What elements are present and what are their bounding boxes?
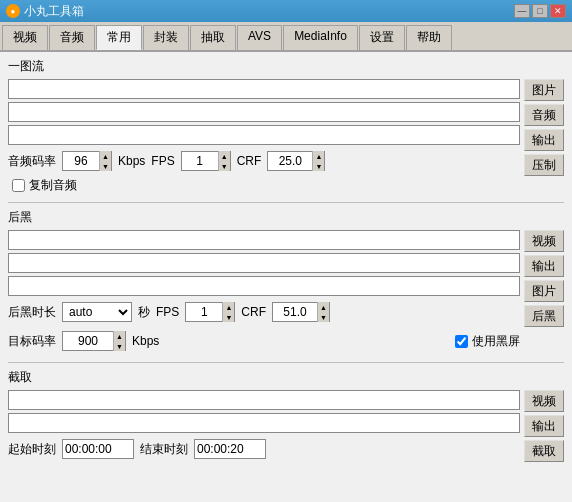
heiHei-input3[interactable] [8, 276, 520, 296]
crf-label-2: CRF [241, 305, 266, 319]
start-time-input[interactable] [62, 439, 134, 459]
duration-unit: 秒 [138, 304, 150, 321]
yituliu-section: 一图流 音频码率 ▲ ▼ Kbps FPS [8, 58, 564, 194]
crf-arrows-2[interactable]: ▲ ▼ [317, 302, 329, 322]
end-time-input[interactable] [194, 439, 266, 459]
copy-audio-checkbox[interactable] [12, 179, 25, 192]
audio-bitrate-up[interactable]: ▲ [100, 151, 111, 161]
tab-extract[interactable]: 抽取 [190, 25, 236, 50]
bitrate-label: 目标码率 [8, 333, 56, 350]
heiHei-video-btn[interactable]: 视频 [524, 230, 564, 252]
fps-up-2[interactable]: ▲ [223, 302, 234, 312]
bitrate-unit: Kbps [132, 334, 159, 348]
crf-spinbox-1[interactable]: ▲ ▼ [267, 151, 325, 171]
jieQu-input2[interactable] [8, 413, 520, 433]
audio-bitrate-unit: Kbps [118, 154, 145, 168]
jieQu-buttons: 视频 输出 截取 [524, 390, 564, 462]
audio-bitrate-down[interactable]: ▼ [100, 161, 111, 171]
yituliu-title: 一图流 [8, 58, 564, 75]
bitrate-spinbox[interactable]: ▲ ▼ [62, 331, 126, 351]
yituliu-input2[interactable] [8, 102, 520, 122]
heiHei-input2[interactable] [8, 253, 520, 273]
window-controls[interactable]: — □ ✕ [514, 4, 566, 18]
yituliu-compress-btn[interactable]: 压制 [524, 154, 564, 176]
yituliu-input3[interactable] [8, 125, 520, 145]
fps-up-1[interactable]: ▲ [219, 151, 230, 161]
yituliu-picture-btn[interactable]: 图片 [524, 79, 564, 101]
yituliu-inputs: 音频码率 ▲ ▼ Kbps FPS ▲ ▼ [8, 79, 520, 194]
divider-1 [8, 202, 564, 203]
jieQu-output-btn[interactable]: 输出 [524, 415, 564, 437]
main-content: 一图流 音频码率 ▲ ▼ Kbps FPS [0, 52, 572, 502]
yituliu-input1[interactable] [8, 79, 520, 99]
tab-avs[interactable]: AVS [237, 25, 282, 50]
fps-down-1[interactable]: ▼ [219, 161, 230, 171]
bitrate-input[interactable] [63, 332, 113, 350]
crf-input-2[interactable] [273, 303, 317, 321]
tab-help[interactable]: 帮助 [406, 25, 452, 50]
crf-input-1[interactable] [268, 152, 312, 170]
fps-input-1[interactable] [182, 152, 218, 170]
crf-down-1[interactable]: ▼ [313, 161, 324, 171]
use-black-screen-label: 使用黑屏 [472, 333, 520, 350]
fps-spinbox-2[interactable]: ▲ ▼ [185, 302, 235, 322]
heiHei-params1: 后黑时长 auto 1 2 3 5 秒 FPS ▲ ▼ [8, 302, 520, 322]
use-black-screen-checkbox[interactable] [455, 335, 468, 348]
fps-label-2: FPS [156, 305, 179, 319]
crf-up-2[interactable]: ▲ [318, 302, 329, 312]
bitrate-down[interactable]: ▼ [114, 341, 125, 351]
fps-arrows-1[interactable]: ▲ ▼ [218, 151, 230, 171]
tab-package[interactable]: 封装 [143, 25, 189, 50]
title-bar: ● 小丸工具箱 — □ ✕ [0, 0, 572, 22]
duration-select[interactable]: auto 1 2 3 5 [62, 302, 132, 322]
bitrate-arrows[interactable]: ▲ ▼ [113, 331, 125, 351]
heiHei-input1[interactable] [8, 230, 520, 250]
tab-common[interactable]: 常用 [96, 25, 142, 50]
heiHei-title: 后黑 [8, 209, 564, 226]
title-bar-left: ● 小丸工具箱 [6, 3, 84, 20]
crf-up-1[interactable]: ▲ [313, 151, 324, 161]
jieQu-jieQu-btn[interactable]: 截取 [524, 440, 564, 462]
jieQu-video-btn[interactable]: 视频 [524, 390, 564, 412]
copy-audio-row: 复制音频 [12, 177, 520, 194]
minimize-button[interactable]: — [514, 4, 530, 18]
crf-label-1: CRF [237, 154, 262, 168]
heiHei-inputs: 后黑时长 auto 1 2 3 5 秒 FPS ▲ ▼ [8, 230, 520, 354]
audio-bitrate-spinbox[interactable]: ▲ ▼ [62, 151, 112, 171]
maximize-button[interactable]: □ [532, 4, 548, 18]
tab-video[interactable]: 视频 [2, 25, 48, 50]
jieQu-input1[interactable] [8, 390, 520, 410]
tab-mediainfo[interactable]: MediaInfo [283, 25, 358, 50]
copy-audio-label: 复制音频 [29, 177, 77, 194]
heiHei-picture-btn[interactable]: 图片 [524, 280, 564, 302]
jieQu-title: 截取 [8, 369, 564, 386]
heiHei-output-btn[interactable]: 输出 [524, 255, 564, 277]
crf-down-2[interactable]: ▼ [318, 312, 329, 322]
crf-arrows-1[interactable]: ▲ ▼ [312, 151, 324, 171]
jieQu-time-row: 起始时刻 结束时刻 [8, 439, 520, 459]
heiHei-heihei-btn[interactable]: 后黑 [524, 305, 564, 327]
tab-bar: 视频 音频 常用 封装 抽取 AVS MediaInfo 设置 帮助 [0, 22, 572, 52]
fps-input-2[interactable] [186, 303, 222, 321]
fps-spinbox-1[interactable]: ▲ ▼ [181, 151, 231, 171]
heiHei-content: 后黑时长 auto 1 2 3 5 秒 FPS ▲ ▼ [8, 230, 564, 354]
crf-spinbox-2[interactable]: ▲ ▼ [272, 302, 330, 322]
yituliu-params: 音频码率 ▲ ▼ Kbps FPS ▲ ▼ [8, 151, 520, 171]
bitrate-up[interactable]: ▲ [114, 331, 125, 341]
yituliu-content: 音频码率 ▲ ▼ Kbps FPS ▲ ▼ [8, 79, 564, 194]
fps-down-2[interactable]: ▼ [223, 312, 234, 322]
audio-bitrate-input[interactable] [63, 152, 99, 170]
close-button[interactable]: ✕ [550, 4, 566, 18]
yituliu-output-btn[interactable]: 输出 [524, 129, 564, 151]
app-icon: ● [6, 4, 20, 18]
audio-bitrate-label: 音频码率 [8, 153, 56, 170]
tab-settings[interactable]: 设置 [359, 25, 405, 50]
yituliu-audio-btn[interactable]: 音频 [524, 104, 564, 126]
end-time-label: 结束时刻 [140, 441, 188, 458]
tab-audio[interactable]: 音频 [49, 25, 95, 50]
audio-bitrate-arrows[interactable]: ▲ ▼ [99, 151, 111, 171]
duration-label: 后黑时长 [8, 304, 56, 321]
jieQu-content: 起始时刻 结束时刻 视频 输出 截取 [8, 390, 564, 462]
fps-arrows-2[interactable]: ▲ ▼ [222, 302, 234, 322]
fps-label-1: FPS [151, 154, 174, 168]
